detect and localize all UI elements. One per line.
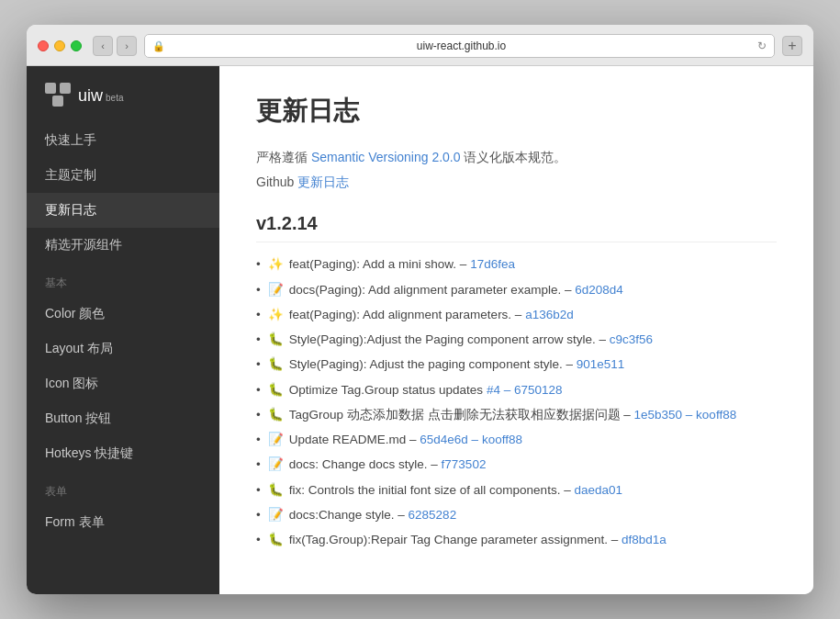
list-item: • 🐛 fix(Tag.Group):Repair Tag Change par… bbox=[256, 531, 777, 549]
list-item: • ✨ feat(Paging): Add a mini show. – 17d… bbox=[256, 255, 777, 274]
list-item: • 🐛 TagGroup 动态添加数据 点击删除无法获取相应数据据问题 – 1e… bbox=[256, 406, 777, 424]
list-item: • 🐛 Optimize Tag.Group status updates #4… bbox=[256, 381, 777, 400]
refresh-button[interactable]: ↻ bbox=[757, 39, 767, 52]
list-item: • 🐛 Style(Paging):Adjust the Paging comp… bbox=[256, 331, 777, 349]
sidebar-item-quick-start[interactable]: 快速上手 bbox=[27, 123, 219, 158]
bullet: • bbox=[256, 331, 261, 349]
sidebar-item-changelog[interactable]: 更新日志 bbox=[27, 193, 219, 228]
item-text: fix: Controls the initial font size of a… bbox=[289, 481, 622, 500]
bullet: • bbox=[256, 506, 261, 524]
item-text: Style(Paging): Adjust the paging compone… bbox=[289, 355, 625, 374]
item-text: docs: Change docs style. – f773502 bbox=[289, 456, 487, 474]
intro-paragraph: 严格遵循 Semantic Versioning 2.0.0 语义化版本规范。 bbox=[256, 147, 777, 167]
bullet: • bbox=[256, 281, 261, 299]
commit-link[interactable]: daeda01 bbox=[574, 483, 622, 497]
commit-link[interactable]: a136b2d bbox=[525, 308, 574, 321]
item-text: Style(Paging):Adjust the Paging componen… bbox=[289, 331, 653, 349]
semantic-versioning-link[interactable]: Semantic Versioning 2.0.0 bbox=[311, 150, 461, 164]
commit-link[interactable]: 6285282 bbox=[409, 508, 457, 522]
emoji-icon: 🐛 bbox=[268, 355, 284, 374]
list-item: • 📝 docs(Paging): Add alignment paramete… bbox=[256, 281, 777, 299]
address-bar[interactable]: 🔒 uiw-react.github.io ↻ bbox=[144, 34, 775, 58]
logo-label: uiw beta bbox=[78, 86, 123, 106]
intro-prefix: 严格遵循 bbox=[256, 150, 308, 164]
changelog-list: • ✨ feat(Paging): Add a mini show. – 17d… bbox=[256, 255, 777, 549]
main-content: 更新日志 严格遵循 Semantic Versioning 2.0.0 语义化版… bbox=[219, 66, 813, 594]
list-item: • 📝 docs:Change style. – 6285282 bbox=[256, 506, 777, 524]
sidebar: uiw beta 快速上手 主题定制 更新日志 精选开源组件 基本 Color … bbox=[27, 66, 219, 594]
logo-beta: beta bbox=[106, 93, 123, 103]
sidebar-item-button[interactable]: Button 按钮 bbox=[27, 401, 219, 436]
close-button[interactable] bbox=[38, 40, 49, 51]
commit-link[interactable]: 17d6fea bbox=[470, 257, 515, 271]
list-item: • 📝 docs: Change docs style. – f773502 bbox=[256, 456, 777, 474]
intro-suffix: 语义化版本规范。 bbox=[464, 150, 566, 164]
sidebar-item-color[interactable]: Color 颜色 bbox=[27, 297, 219, 332]
emoji-icon: ✨ bbox=[268, 306, 284, 324]
emoji-icon: 📝 bbox=[268, 431, 284, 449]
minimize-button[interactable] bbox=[54, 40, 65, 51]
version-title: v1.2.14 bbox=[256, 213, 777, 242]
bullet: • bbox=[256, 255, 261, 274]
github-line: Github 更新日志 bbox=[256, 174, 777, 191]
commit-link[interactable]: df8bd1a bbox=[622, 533, 666, 546]
sidebar-item-hotkeys[interactable]: Hotkeys 快捷键 bbox=[27, 436, 219, 471]
commit-link[interactable]: 901e511 bbox=[577, 357, 625, 371]
item-text: docs(Paging): Add alignment parameter ex… bbox=[289, 281, 623, 299]
forward-button[interactable]: › bbox=[117, 36, 137, 56]
bullet: • bbox=[256, 531, 261, 549]
commit-link[interactable]: #4 – 6750128 bbox=[487, 383, 563, 397]
browser-chrome: ‹ › 🔒 uiw-react.github.io ↻ + bbox=[27, 25, 813, 66]
list-item: • 🐛 fix: Controls the initial font size … bbox=[256, 481, 777, 500]
commit-link[interactable]: c9c3f56 bbox=[610, 332, 653, 346]
bullet: • bbox=[256, 381, 261, 400]
sidebar-item-icon[interactable]: Icon 图标 bbox=[27, 366, 219, 401]
sidebar-item-form[interactable]: Form 表单 bbox=[27, 505, 219, 540]
item-text: feat(Paging): Add a mini show. – 17d6fea bbox=[289, 255, 515, 274]
svg-rect-2 bbox=[52, 96, 63, 107]
sidebar-item-layout[interactable]: Layout 布局 bbox=[27, 332, 219, 366]
commit-link[interactable]: 65d4e6d – kooff88 bbox=[420, 433, 522, 446]
emoji-icon: ✨ bbox=[268, 255, 284, 274]
emoji-icon: 📝 bbox=[268, 281, 284, 299]
list-item: • 🐛 Style(Paging): Adjust the paging com… bbox=[256, 355, 777, 374]
maximize-button[interactable] bbox=[71, 40, 82, 51]
emoji-icon: 🐛 bbox=[268, 406, 284, 424]
emoji-icon: 🐛 bbox=[268, 381, 284, 400]
emoji-icon: 📝 bbox=[268, 456, 284, 474]
commit-link[interactable]: 6d208d4 bbox=[575, 283, 623, 297]
emoji-icon: 🐛 bbox=[268, 331, 284, 349]
item-text: Optimize Tag.Group status updates #4 – 6… bbox=[289, 381, 563, 400]
commit-link[interactable]: f773502 bbox=[442, 457, 487, 471]
svg-rect-1 bbox=[60, 83, 71, 94]
item-text: fix(Tag.Group):Repair Tag Change paramet… bbox=[289, 531, 666, 549]
browser-content: uiw beta 快速上手 主题定制 更新日志 精选开源组件 基本 Color … bbox=[27, 66, 813, 594]
sidebar-logo: uiw beta bbox=[27, 66, 219, 123]
sidebar-item-theme[interactable]: 主题定制 bbox=[27, 158, 219, 193]
github-changelog-link[interactable]: 更新日志 bbox=[297, 174, 349, 189]
bullet: • bbox=[256, 406, 261, 424]
bullet: • bbox=[256, 431, 261, 449]
logo-icon bbox=[45, 83, 71, 108]
item-text: TagGroup 动态添加数据 点击删除无法获取相应数据据问题 – 1e5b35… bbox=[289, 406, 736, 424]
list-item: • ✨ feat(Paging): Add alignment paramete… bbox=[256, 306, 777, 324]
page-title: 更新日志 bbox=[256, 94, 777, 129]
browser-window: ‹ › 🔒 uiw-react.github.io ↻ + uiw bbox=[27, 25, 813, 594]
sidebar-section-basic: 基本 bbox=[27, 263, 219, 297]
bullet: • bbox=[256, 481, 261, 500]
traffic-lights bbox=[38, 40, 82, 51]
github-label: Github bbox=[256, 174, 294, 189]
nav-buttons: ‹ › bbox=[93, 36, 137, 56]
sidebar-item-open-source[interactable]: 精选开源组件 bbox=[27, 228, 219, 263]
sidebar-section-form: 表单 bbox=[27, 471, 219, 505]
new-tab-button[interactable]: + bbox=[782, 36, 802, 56]
address-text: uiw-react.github.io bbox=[171, 39, 752, 52]
logo-text: uiw bbox=[78, 86, 103, 106]
commit-link[interactable]: 1e5b350 – kooff88 bbox=[634, 408, 737, 422]
back-button[interactable]: ‹ bbox=[93, 36, 113, 56]
item-text: Update README.md – 65d4e6d – kooff88 bbox=[289, 431, 522, 449]
bullet: • bbox=[256, 306, 261, 324]
emoji-icon: 📝 bbox=[268, 506, 284, 524]
lock-icon: 🔒 bbox=[152, 40, 165, 52]
list-item: • 📝 Update README.md – 65d4e6d – kooff88 bbox=[256, 431, 777, 449]
